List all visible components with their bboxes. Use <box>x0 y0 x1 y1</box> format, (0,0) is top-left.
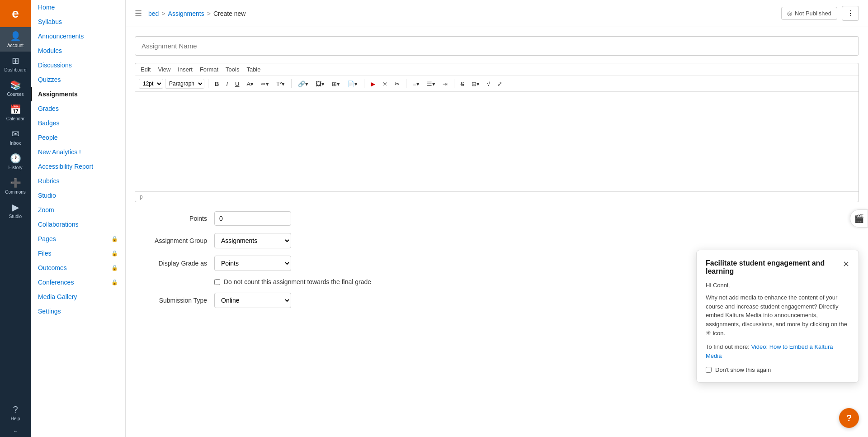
kaltura-popup: Facilitate student engagement and learni… <box>696 250 859 383</box>
nav-item-conferences[interactable]: Conferences 🔒 <box>31 275 125 290</box>
assignment-group-row: Assignment Group Assignments Group 2 Gro… <box>135 233 859 248</box>
assignment-name-input[interactable] <box>135 36 859 56</box>
rte-embed-btn[interactable]: ⊞▾ <box>329 79 343 89</box>
assignment-group-select[interactable]: Assignments Group 2 Group 3 <box>214 233 291 248</box>
sidebar-item-calendar[interactable]: 📅 Calendar <box>0 100 31 125</box>
rte-bold-btn[interactable]: B <box>212 79 222 89</box>
rte-fullscreen-btn[interactable]: ⤢ <box>495 79 505 89</box>
nav-item-media-gallery[interactable]: Media Gallery <box>31 290 125 304</box>
rte-math-btn[interactable]: √ <box>484 79 493 89</box>
sidebar-item-studio[interactable]: ▶ Studio <box>0 198 31 223</box>
help-button-icon: ? <box>846 413 852 423</box>
top-bar: ☰ bed > Assignments > Create new ◎ Not P… <box>126 0 868 27</box>
submission-type-select[interactable]: Online No Submission On Paper External T… <box>214 293 291 308</box>
nav-item-quizzes[interactable]: Quizzes <box>31 72 125 87</box>
app-logo[interactable]: e <box>0 0 31 27</box>
nav-item-home[interactable]: Home <box>31 0 125 14</box>
rte-element-path: p <box>140 194 143 200</box>
nav-item-rubrics[interactable]: Rubrics <box>31 174 125 188</box>
rte-image-btn[interactable]: 🖼▾ <box>313 79 327 89</box>
rte-menu-view[interactable]: View <box>158 66 170 73</box>
font-size-select[interactable]: 12pt 14pt 18pt <box>139 79 163 89</box>
nav-item-announcements[interactable]: Announcements <box>31 29 125 43</box>
kaltura-side-icon[interactable]: 🎬 <box>850 209 868 228</box>
rte-sep-3 <box>364 79 364 88</box>
kaltura-find-more: To find out more: <box>706 343 750 350</box>
final-grade-checkbox[interactable] <box>214 279 220 285</box>
paragraph-style-select[interactable]: Paragraph Heading 1 Heading 2 <box>165 79 204 89</box>
rte-youtube-btn[interactable]: ▶ <box>368 79 378 89</box>
not-published-button[interactable]: ◎ Not Published <box>781 7 837 20</box>
more-options-button[interactable]: ⋮ <box>842 6 859 21</box>
sidebar-item-inbox[interactable]: ✉ Inbox <box>0 125 31 149</box>
rte-menu-edit[interactable]: Edit <box>141 66 151 73</box>
rte-italic-btn[interactable]: I <box>223 79 231 89</box>
rte-menu-tools[interactable]: Tools <box>226 66 239 73</box>
nav-item-modules[interactable]: Modules <box>31 43 125 58</box>
kaltura-greeting: Hi Conni, <box>706 282 730 289</box>
assignment-group-label: Assignment Group <box>135 237 207 244</box>
nav-item-outcomes[interactable]: Outcomes 🔒 <box>31 261 125 275</box>
kaltura-popup-header: Facilitate student engagement and learni… <box>706 259 849 276</box>
rte-align-btn[interactable]: ≡▾ <box>410 79 422 89</box>
nav-item-assignments[interactable]: Assignments <box>31 87 125 101</box>
nav-item-studio[interactable]: Studio <box>31 188 125 203</box>
breadcrumb-current: Create new <box>213 10 246 17</box>
breadcrumb-assignments[interactable]: Assignments <box>168 10 204 17</box>
rte-strikethrough-btn[interactable]: S̶ <box>458 79 467 89</box>
sidebar-item-history[interactable]: 🕐 History <box>0 149 31 174</box>
sidebar-item-calendar-label: Calendar <box>6 116 25 121</box>
dont-show-again-checkbox[interactable] <box>706 367 712 373</box>
nav-item-syllabus[interactable]: Syllabus <box>31 14 125 29</box>
sidebar-item-dashboard[interactable]: ⊞ Dashboard <box>0 52 31 76</box>
nav-item-grades[interactable]: Grades <box>31 101 125 116</box>
outcomes-lock-icon: 🔒 <box>111 265 118 271</box>
rte-sep-2 <box>291 79 292 88</box>
points-label: Points <box>135 215 207 222</box>
sidebar-item-courses[interactable]: 📚 Courses <box>0 76 31 100</box>
nav-item-files[interactable]: Files 🔒 <box>31 246 125 261</box>
sidebar-item-help[interactable]: ? Help <box>0 401 31 425</box>
nav-item-zoom[interactable]: Zoom <box>31 203 125 217</box>
rte-list-btn[interactable]: ☰▾ <box>424 79 438 89</box>
nav-item-badges[interactable]: Badges <box>31 116 125 130</box>
rte-file-btn[interactable]: 📄▾ <box>344 79 360 89</box>
hamburger-icon[interactable]: ☰ <box>135 9 142 19</box>
rte-menu-insert[interactable]: Insert <box>178 66 193 73</box>
kaltura-close-button[interactable]: ✕ <box>843 259 849 269</box>
points-row: Points <box>135 211 859 226</box>
display-grade-select[interactable]: Points Percentage Letter Grade Complete/… <box>214 256 291 271</box>
kaltura-popup-body: Hi Conni, Why not add media to enhance t… <box>706 281 849 361</box>
rte-ai-btn[interactable]: ✂ <box>392 79 402 89</box>
sidebar-collapse-btn[interactable]: ← <box>0 425 31 437</box>
rte-kaltura-btn[interactable]: ✳ <box>380 79 390 89</box>
rte-menu-format[interactable]: Format <box>200 66 218 73</box>
sidebar-item-account-label: Account <box>7 43 24 48</box>
rte-indent-btn[interactable]: ⇥ <box>440 79 450 89</box>
nav-item-discussions[interactable]: Discussions <box>31 58 125 72</box>
nav-item-new-analytics[interactable]: New Analytics ! <box>31 145 125 159</box>
help-button[interactable]: ? <box>839 408 859 428</box>
rte-link-btn[interactable]: 🔗▾ <box>295 79 311 89</box>
rte-body[interactable] <box>135 92 859 191</box>
display-grade-label: Display Grade as <box>135 260 207 267</box>
nav-item-accessibility-report[interactable]: Accessibility Report <box>31 159 125 174</box>
sidebar-item-account[interactable]: 👤 Account <box>0 27 31 52</box>
studio-icon: ▶ <box>12 202 19 213</box>
rte-underline-btn[interactable]: U <box>232 79 242 89</box>
breadcrumb-bed[interactable]: bed <box>148 10 159 17</box>
nav-item-people[interactable]: People <box>31 130 125 145</box>
rte-superscript-btn[interactable]: T²▾ <box>274 79 288 89</box>
points-input[interactable] <box>214 211 291 226</box>
rte-menu-table[interactable]: Table <box>246 66 260 73</box>
nav-item-collaborations[interactable]: Collaborations <box>31 217 125 232</box>
files-lock-icon: 🔒 <box>111 250 118 256</box>
rte-font-color-btn[interactable]: A▾ <box>244 79 256 89</box>
rte-highlight-btn[interactable]: ✏▾ <box>258 79 272 89</box>
nav-item-settings[interactable]: Settings <box>31 304 125 318</box>
sidebar-item-commons[interactable]: ➕ Commons <box>0 174 31 198</box>
sidebar-item-studio-label: Studio <box>9 214 22 219</box>
nav-item-pages[interactable]: Pages 🔒 <box>31 232 125 246</box>
rich-text-editor: Edit View Insert Format Tools Table 12pt… <box>135 63 859 202</box>
rte-table-insert-btn[interactable]: ⊞▾ <box>469 79 482 89</box>
